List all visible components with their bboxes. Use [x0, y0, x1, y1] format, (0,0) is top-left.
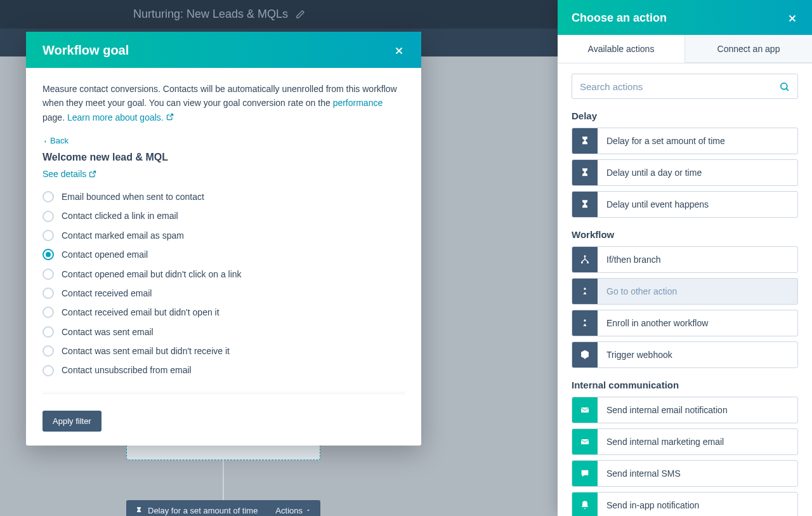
svg-rect-2	[581, 261, 583, 263]
external-link-icon	[166, 113, 174, 121]
radio-icon	[43, 288, 54, 299]
hourglass-icon	[572, 128, 598, 154]
radio-icon	[43, 211, 54, 222]
close-icon[interactable]	[787, 13, 798, 24]
search-box[interactable]	[572, 74, 798, 99]
radio-icon	[43, 268, 54, 280]
action-label: Go to other action	[598, 279, 686, 304]
desc-text-2: page.	[43, 112, 67, 122]
panel-tabs: Available actions Connect an app	[558, 35, 812, 63]
back-link[interactable]: Back	[43, 135, 405, 148]
radio-label: Email bounced when sent to contact	[62, 190, 204, 204]
action-item[interactable]: If/then branch	[572, 246, 798, 273]
action-label: Send internal SMS	[598, 461, 690, 486]
svg-rect-1	[584, 255, 586, 257]
radio-label: Contact opened email but didn't click on…	[62, 267, 242, 281]
performance-link[interactable]: performance	[333, 98, 383, 108]
action-list: If/then branchGo to other actionEnroll i…	[572, 246, 798, 368]
radio-option[interactable]: Email bounced when sent to contact	[43, 190, 405, 204]
actions-dropdown[interactable]: Actions	[275, 506, 311, 515]
delay-label: Delay for a set amount of time	[148, 506, 258, 515]
panel-header: Choose an action	[558, 0, 812, 35]
action-item[interactable]: Delay until event happens	[572, 191, 798, 218]
panel-content: DelayDelay for a set amount of timeDelay…	[558, 63, 812, 516]
external-link-icon	[89, 170, 96, 178]
svg-rect-3	[587, 261, 589, 263]
hourglass-icon	[572, 160, 598, 185]
svg-rect-6	[581, 407, 589, 413]
action-label: Delay until event happens	[598, 192, 717, 217]
radio-label: Contact was sent email but didn't receiv…	[62, 344, 230, 358]
action-label: Trigger webhook	[598, 342, 681, 367]
category-title: Workflow	[572, 229, 798, 240]
modal-title: Workflow goal	[43, 43, 129, 58]
radio-option[interactable]: Contact opened email	[43, 248, 405, 261]
action-item[interactable]: Send internal email notification	[572, 397, 798, 423]
learn-more-link[interactable]: Learn more about goals.	[67, 112, 174, 122]
close-icon[interactable]	[393, 45, 405, 56]
radio-icon	[43, 345, 54, 357]
actions-label: Actions	[275, 506, 303, 515]
action-item[interactable]: Send internal marketing email	[572, 428, 798, 455]
radio-icon	[43, 307, 54, 318]
radio-option[interactable]: Contact unsubscribed from email	[43, 363, 405, 377]
learn-more-text: Learn more about goals.	[67, 112, 164, 122]
radio-option[interactable]: Contact marked email as spam	[43, 228, 405, 242]
action-item[interactable]: Enroll in another workflow	[572, 310, 798, 336]
radio-icon	[43, 230, 54, 241]
modal-header: Workflow goal	[26, 32, 421, 68]
svg-point-5	[584, 319, 586, 321]
mail-icon	[572, 397, 598, 423]
modal-body: Measure contact conversions. Contacts wi…	[26, 68, 421, 411]
goal-name: Welcome new lead & MQL	[43, 149, 405, 166]
radio-icon	[43, 191, 54, 202]
see-details-link[interactable]: See details	[43, 167, 96, 181]
tab-connect-app[interactable]: Connect an app	[685, 35, 812, 63]
panel-title: Choose an action	[572, 11, 667, 25]
radio-option[interactable]: Contact received email but didn't open i…	[43, 305, 405, 319]
goto-icon	[572, 310, 598, 336]
apply-filter-button[interactable]: Apply filter	[43, 411, 102, 432]
action-label: Delay until a day or time	[598, 160, 710, 185]
action-item[interactable]: Delay for a set amount of time	[572, 128, 798, 154]
radio-option[interactable]: Contact was sent email but didn't receiv…	[43, 344, 405, 358]
radio-icon	[43, 249, 54, 260]
radio-option[interactable]: Contact received email	[43, 286, 405, 300]
bell-icon	[572, 493, 598, 516]
radio-option[interactable]: Contact opened email but didn't click on…	[43, 267, 405, 281]
action-list: Send internal email notificationSend int…	[572, 397, 798, 516]
chevron-left-icon	[43, 138, 48, 145]
sms-icon	[572, 461, 598, 486]
cube-icon	[572, 342, 598, 367]
delay-card[interactable]: Delay for a set amount of time Actions	[126, 500, 320, 516]
radio-option[interactable]: Contact was sent email	[43, 325, 405, 339]
category-title: Delay	[572, 110, 798, 121]
radio-option[interactable]: Contact clicked a link in email	[43, 209, 405, 223]
action-item[interactable]: Send in-app notification	[572, 492, 798, 516]
tab-available-actions[interactable]: Available actions	[558, 35, 685, 63]
action-item[interactable]: Send internal SMS	[572, 460, 798, 487]
shadow-line	[43, 389, 405, 394]
search-input[interactable]	[580, 81, 779, 92]
modal-description: Measure contact conversions. Contacts wi…	[43, 82, 405, 124]
goto-icon	[572, 279, 598, 304]
action-panel: Choose an action Available actions Conne…	[558, 0, 812, 516]
workflow-goal-modal: Workflow goal Measure contact conversion…	[26, 32, 421, 446]
action-item[interactable]: Trigger webhook	[572, 341, 798, 368]
action-label: If/then branch	[598, 247, 670, 272]
connector-line	[223, 460, 224, 500]
action-item[interactable]: Go to other action	[572, 278, 798, 305]
action-label: Send in-app notification	[598, 493, 708, 516]
modal-footer: Apply filter	[26, 411, 421, 446]
radio-label: Contact unsubscribed from email	[62, 363, 192, 377]
back-text: Back	[50, 135, 69, 148]
action-item[interactable]: Delay until a day or time	[572, 159, 798, 186]
action-label: Send internal marketing email	[598, 429, 733, 454]
radio-label: Contact opened email	[62, 248, 148, 261]
action-label: Delay for a set amount of time	[598, 128, 734, 154]
categories-container: DelayDelay for a set amount of timeDelay…	[572, 110, 798, 516]
category-title: Internal communication	[572, 380, 798, 390]
radio-icon	[43, 326, 54, 338]
hourglass-icon	[572, 192, 598, 217]
see-details-text: See details	[43, 167, 86, 181]
